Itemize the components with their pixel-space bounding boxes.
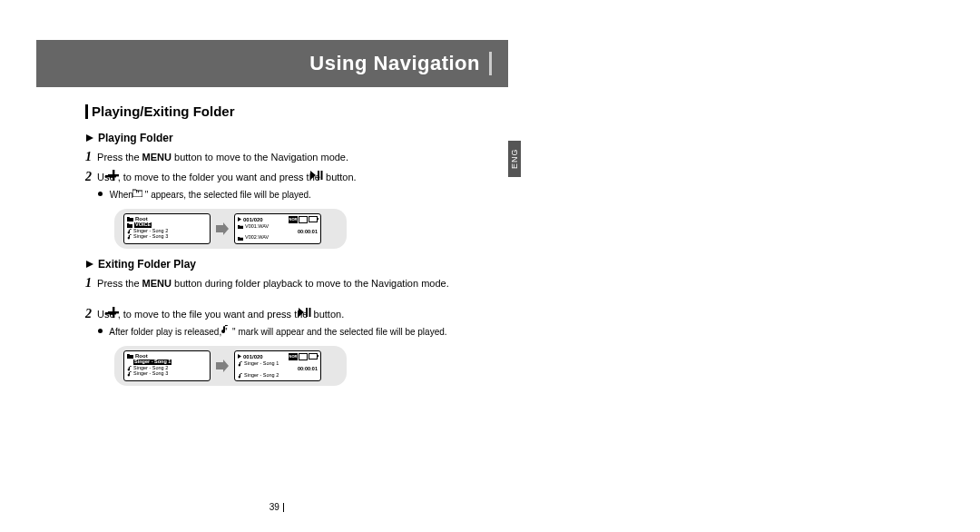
battery-icon	[309, 216, 318, 222]
nor-icon: NOR	[289, 353, 298, 360]
step-number-2: 2	[85, 307, 92, 320]
folder-icon	[127, 353, 133, 359]
header-rule	[489, 52, 492, 75]
svg-rect-6	[320, 171, 322, 180]
arrow-right-icon	[216, 360, 229, 372]
note-icon	[238, 361, 242, 367]
svg-marker-17	[238, 354, 241, 359]
diagram-playing: Root VOICE Singer - Song 2 Singer - Song…	[114, 209, 347, 249]
playing-step-2: 2 Use , to move to the folder you want a…	[85, 168, 503, 186]
svg-marker-8	[238, 217, 241, 222]
note-icon	[127, 371, 132, 377]
note-icon	[127, 234, 132, 240]
svg-marker-0	[86, 134, 93, 142]
svg-rect-15	[309, 308, 310, 317]
folder-icon	[127, 222, 132, 228]
svg-marker-16	[216, 360, 229, 372]
subheading-exiting-text: Exiting Folder Play	[98, 258, 196, 271]
heading-bar	[85, 104, 88, 119]
playing-step-1: 1 Press the MENU button to move to the N…	[85, 148, 503, 166]
step-number-2: 2	[85, 170, 92, 183]
section-heading-text: Playing/Exiting Folder	[92, 103, 235, 119]
svg-marker-9	[86, 261, 93, 268]
note-icon	[238, 373, 242, 379]
lcd-right-2: 001/020 NOR Singer - Song 1 00:00:01 Sin…	[234, 350, 321, 381]
note-icon	[127, 360, 132, 365]
svg-rect-14	[306, 308, 308, 317]
menu-button-label: MENU	[142, 278, 172, 289]
language-tab: ENG	[508, 141, 521, 177]
nor-icon: NOR	[289, 216, 298, 223]
svg-rect-12	[113, 307, 114, 318]
svg-marker-13	[299, 308, 304, 317]
folder-icon	[127, 216, 133, 222]
lcd-left-1: Root VOICE Singer - Song 2 Singer - Song…	[123, 213, 211, 244]
content-area: Playing/Exiting Folder Playing Folder 1 …	[85, 103, 503, 395]
indicator-icon	[299, 353, 308, 360]
folder-icon	[142, 188, 142, 201]
subheading-exiting: Exiting Folder Play	[85, 258, 503, 271]
folder-icon	[238, 224, 243, 229]
exiting-step-1: 1 Press the MENU button during folder pl…	[85, 274, 503, 292]
exiting-step-2: 2 Use , to move to the file you want and…	[85, 305, 503, 323]
bullet-dot-icon	[98, 192, 103, 196]
menu-button-label: MENU	[142, 152, 172, 163]
svg-rect-3	[113, 170, 114, 181]
indicator-icon	[299, 216, 308, 223]
subheading-playing-text: Playing Folder	[98, 132, 173, 144]
subheading-playing: Playing Folder	[85, 132, 503, 144]
status-indicators: NOR	[289, 216, 318, 223]
page-number: 39	[50, 501, 504, 512]
playing-note: When " " appears, the selected file will…	[98, 189, 503, 202]
play-triangle-icon	[238, 217, 241, 222]
battery-icon	[309, 353, 318, 360]
play-triangle-icon	[238, 354, 241, 359]
lcd-right-1: 001/020 NOR V001.WAV 00:00:01 V002.WAV	[234, 213, 321, 244]
svg-marker-7	[216, 222, 229, 235]
bullet-dot-icon	[98, 329, 103, 333]
section-heading: Playing/Exiting Folder	[85, 103, 503, 119]
note-icon	[127, 366, 132, 371]
svg-rect-5	[318, 171, 319, 180]
page-header: Using Navigation	[36, 40, 508, 87]
svg-marker-4	[310, 171, 316, 180]
arrow-right-icon	[216, 222, 229, 235]
lcd-left-2: Root Singer - Song 1 Singer - Song 2 Sin…	[123, 350, 211, 381]
diagram-exiting: Root Singer - Song 1 Singer - Song 2 Sin…	[114, 346, 347, 386]
page-number-rule	[283, 503, 285, 512]
step-number-1: 1	[85, 276, 92, 290]
status-indicators: NOR	[289, 353, 318, 360]
step-number-1: 1	[85, 150, 92, 163]
play-triangle-icon	[85, 133, 94, 143]
note-icon	[127, 229, 132, 234]
page-title: Using Navigation	[309, 52, 480, 75]
play-triangle-icon	[85, 260, 94, 269]
folder-icon	[238, 236, 243, 241]
exiting-note: After folder play is released, " " mark …	[98, 326, 503, 339]
